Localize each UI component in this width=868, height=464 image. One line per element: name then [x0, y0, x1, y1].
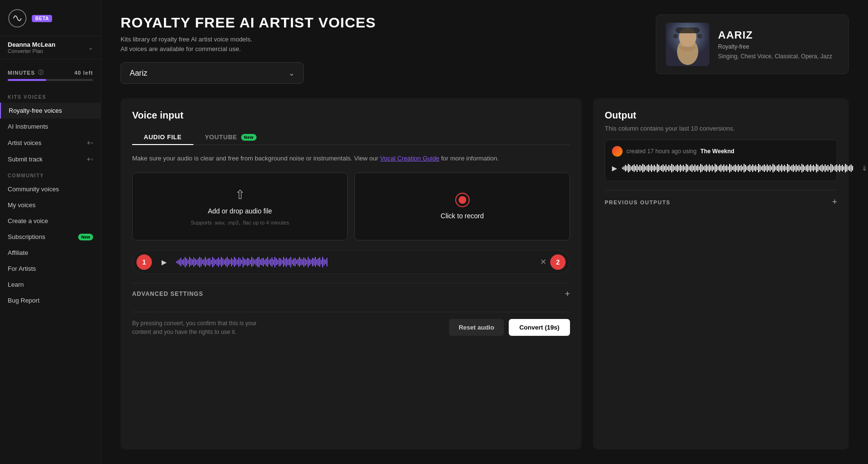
user-dropdown-chevron[interactable]: ⌄	[88, 44, 93, 51]
artist-details: AARIZ Royalty-free Singing, Chest Voice,…	[718, 29, 832, 60]
sidebar-item-royalty-voices[interactable]: Royalty-free voices	[0, 103, 101, 119]
output-bar-segment	[794, 166, 795, 171]
output-bar-segment	[803, 165, 804, 172]
sidebar-item-label: Bug Report	[8, 297, 40, 304]
output-panel: Output This column contains your last 10…	[593, 98, 849, 450]
sidebar-item-create-voice[interactable]: Create a voice	[0, 213, 101, 229]
upload-zone-title: Add or drop audio file	[208, 207, 272, 215]
sidebar-item-ai-instruments[interactable]: AI Instruments	[0, 119, 101, 134]
sidebar-item-label: Create a voice	[8, 217, 48, 225]
sidebar-item-label: Subscriptions	[8, 233, 45, 240]
output-bar-segment	[681, 166, 682, 171]
waveform-bar-segment	[261, 258, 262, 265]
output-bar-segment	[678, 166, 679, 171]
tab-audio-file[interactable]: AUDIO FILE	[132, 130, 193, 145]
advanced-settings-row[interactable]: ADVANCED SETTINGS +	[132, 283, 570, 305]
waveform-bar-segment	[251, 257, 252, 267]
output-bar-segment	[739, 166, 740, 171]
output-bar-segment	[652, 166, 653, 171]
output-item: created 17 hours ago using The Weeknd ▶ …	[605, 140, 837, 181]
drop-zones: ⇧ Add or drop audio file Supports .wav, …	[132, 172, 570, 240]
sidebar-item-label: AI Instruments	[8, 123, 48, 130]
user-info: Deanna McLean Converter Plan	[8, 41, 55, 54]
sidebar-item-my-voices[interactable]: My voices	[0, 197, 101, 213]
previous-outputs-expand-icon[interactable]: +	[832, 197, 837, 207]
waveform-bar-segment	[243, 257, 244, 268]
output-bar-segment	[765, 166, 766, 171]
user-section[interactable]: Deanna McLean Converter Plan ⌄	[0, 36, 101, 59]
output-bar-segment	[822, 164, 823, 172]
output-bar-segment	[820, 165, 821, 171]
artist-tags: Singing, Chest Voice, Classical, Opera, …	[718, 53, 832, 60]
output-bar-segment	[645, 166, 646, 170]
waveform-bar-segment	[299, 257, 300, 267]
artist-selector-dropdown[interactable]: Aariz ⌄	[121, 62, 304, 84]
sidebar-item-subscriptions[interactable]: Subscriptions New	[0, 229, 101, 245]
waveform-play-button[interactable]: ▶	[158, 256, 170, 268]
artist-card: AARIZ Royalty-free Singing, Chest Voice,…	[656, 14, 849, 74]
output-bar-segment	[694, 164, 695, 172]
waveform-bar-segment	[201, 258, 202, 266]
output-bar-segment	[770, 165, 771, 171]
waveform-bar-segment	[190, 258, 191, 265]
convert-button[interactable]: Convert (19s)	[509, 319, 570, 336]
output-bar-segment	[846, 165, 847, 172]
record-drop-zone[interactable]: Click to record	[354, 172, 570, 240]
output-bar-segment	[806, 165, 807, 171]
output-bar-segment	[810, 164, 811, 172]
sidebar-item-artist-voices[interactable]: Artist voices +◦	[0, 134, 101, 151]
output-bar-segment	[783, 166, 784, 171]
waveform-bar-segment	[264, 260, 265, 265]
vocal-guide-link[interactable]: Vocal Creation Guide	[380, 155, 439, 162]
waveform-close-button[interactable]: ✕	[538, 255, 548, 268]
sidebar-item-for-artists[interactable]: For Artists	[0, 261, 101, 277]
sidebar-item-learn[interactable]: Learn	[0, 277, 101, 292]
waveform-bar-segment	[276, 258, 277, 265]
input-tabs: AUDIO FILE YOUTUBE New	[132, 130, 570, 145]
output-bar-segment	[625, 165, 626, 171]
waveform-bar-segment	[219, 259, 220, 265]
sidebar-item-community-voices[interactable]: Community voices	[0, 181, 101, 197]
output-bar-segment	[642, 164, 643, 172]
output-bar-segment	[746, 166, 747, 170]
waveform-bar-segment	[267, 257, 268, 267]
add-track-icon[interactable]: +◦	[87, 155, 93, 163]
sidebar: BETA Deanna McLean Converter Plan ⌄ MINU…	[0, 0, 101, 464]
waveform-bar-segment	[324, 259, 325, 265]
waveform-bar-segment	[312, 258, 313, 266]
advanced-settings-expand-icon[interactable]: +	[565, 289, 570, 299]
guide-post: for more information.	[441, 155, 499, 162]
waveform-bar-segment	[186, 258, 187, 266]
output-download-button[interactable]: ⇓	[858, 161, 868, 175]
upload-drop-zone[interactable]: ⇧ Add or drop audio file Supports .wav, …	[132, 172, 348, 240]
output-bar-segment	[797, 166, 798, 171]
svg-point-7	[697, 34, 702, 39]
convert-row: By pressing convert, you confirm that th…	[132, 312, 570, 336]
output-bar-segment	[713, 166, 714, 170]
waveform-bar-segment	[199, 257, 200, 268]
output-bar-segment	[787, 164, 788, 172]
output-bar-segment	[833, 166, 834, 170]
sidebar-item-bug-report[interactable]: Bug Report	[0, 292, 101, 308]
output-bar-segment	[830, 164, 831, 172]
add-artist-icon[interactable]: +◦	[87, 139, 93, 146]
previous-outputs-row[interactable]: PREVIOUS OUTPUTS +	[605, 190, 837, 207]
waveform-bar-segment	[228, 259, 229, 265]
previous-outputs-label: PREVIOUS OUTPUTS	[605, 199, 670, 205]
output-bar-segment	[742, 166, 743, 170]
output-bar-segment	[799, 165, 800, 171]
sidebar-item-submit-track[interactable]: Submit track +◦	[0, 151, 101, 167]
output-bar-segment	[634, 164, 635, 172]
output-subtitle: This column contains your last 10 conver…	[605, 125, 837, 132]
minutes-info-icon: ⓘ	[38, 69, 44, 76]
waveform-bar-segment	[280, 258, 281, 266]
reset-audio-button[interactable]: Reset audio	[449, 319, 504, 336]
output-play-button[interactable]: ▶	[612, 161, 617, 175]
output-bar-segment	[848, 166, 849, 170]
tab-youtube[interactable]: YOUTUBE New	[193, 130, 268, 145]
output-bar-segment	[749, 164, 750, 172]
waveform-bar-segment	[177, 260, 178, 264]
user-plan: Converter Plan	[8, 48, 55, 54]
output-bar-segment	[788, 165, 789, 172]
sidebar-item-affiliate[interactable]: Affiliate	[0, 245, 101, 261]
